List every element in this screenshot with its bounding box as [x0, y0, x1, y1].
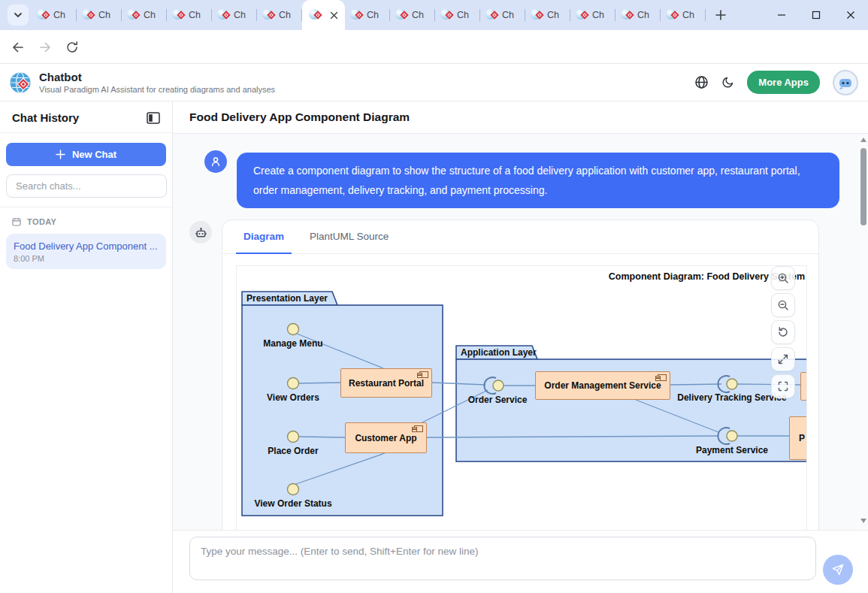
component-customer-app: Customer App — [345, 422, 427, 453]
forward-button[interactable] — [36, 38, 54, 56]
app-title-block: Chatbot Visual Paradigm AI Assistant for… — [39, 71, 275, 95]
browser-tab[interactable]: Ch — [77, 0, 122, 30]
diagram-zoom-in-button[interactable] — [771, 266, 795, 290]
zoom-in-icon — [777, 272, 789, 284]
chatbot-face-icon — [836, 74, 854, 92]
fullscreen-brackets-icon — [777, 380, 789, 392]
app-title: Chatbot — [39, 71, 275, 84]
browser-tab[interactable]: Ch — [345, 0, 390, 30]
sidebar-title: Chat History — [12, 111, 79, 124]
interface-label-view-order-status: View Order Status — [240, 498, 346, 509]
section-label: TODAY — [27, 217, 56, 226]
app-header: Chatbot Visual Paradigm AI Assistant for… — [0, 64, 868, 101]
search-chats-input[interactable] — [6, 174, 167, 198]
site-favicon — [37, 9, 49, 21]
user-message-bubble: Create a component diagram to show the s… — [237, 153, 839, 208]
assistant-widget-button[interactable] — [833, 70, 858, 95]
back-icon — [11, 40, 26, 55]
assistant-avatar — [189, 221, 212, 244]
assistant-response-card: Diagram PlantUML Source — [222, 219, 819, 530]
interface-label-manage-menu: Manage Menu — [248, 338, 338, 349]
window-maximize-button[interactable] — [799, 0, 833, 30]
back-button[interactable] — [9, 38, 27, 56]
diagram-reset-button[interactable] — [771, 320, 795, 344]
browser-tab[interactable]: Ch — [257, 0, 302, 30]
browser-toolbar: ai-toolbox.visual-paradigm.com/app/chatb… — [0, 30, 868, 64]
expand-icon — [777, 353, 789, 365]
dark-mode-button[interactable] — [721, 76, 734, 89]
component-icon — [419, 371, 428, 378]
tab-diagram[interactable]: Diagram — [236, 220, 292, 253]
chat-item-title: Food Delivery App Component ... — [14, 241, 159, 252]
site-favicon — [621, 9, 633, 21]
diagram-canvas[interactable]: Component Diagram: Food Delivery System … — [236, 265, 807, 530]
diagram-fullscreen-button[interactable] — [771, 374, 795, 398]
site-favicon — [531, 9, 543, 21]
calendar-icon — [12, 217, 21, 226]
new-chat-button[interactable]: New Chat — [6, 143, 166, 166]
visual-paradigm-logo — [9, 71, 32, 94]
maximize-icon — [812, 11, 821, 20]
browser-tab[interactable]: Ch — [480, 0, 525, 30]
browser-tab-active[interactable] — [302, 0, 345, 30]
send-plane-icon — [831, 563, 845, 576]
site-favicon — [309, 9, 321, 21]
component-clipped-top — [800, 372, 807, 401]
browser-tab[interactable]: Ch — [661, 0, 706, 30]
scrollbar-up-arrow[interactable] — [860, 138, 866, 142]
more-apps-button[interactable]: More Apps — [747, 71, 820, 94]
browser-tab[interactable]: Ch — [570, 0, 615, 30]
chat-item-time: 8:00 PM — [14, 254, 159, 263]
browser-tab[interactable]: Ch — [435, 0, 480, 30]
site-favicon — [127, 9, 139, 21]
scrollbar-thumb[interactable] — [860, 148, 866, 225]
site-favicon — [440, 9, 452, 21]
browser-tab[interactable]: Ch — [167, 0, 212, 30]
app-subtitle: Visual Paradigm AI Assistant for creatin… — [39, 84, 275, 95]
site-favicon — [82, 9, 94, 21]
sidebar-collapse-button[interactable] — [147, 112, 160, 124]
reset-rotate-icon — [777, 326, 789, 338]
new-tab-button[interactable] — [710, 5, 731, 26]
composer — [173, 530, 868, 593]
zoom-out-icon — [777, 299, 789, 311]
browser-tab[interactable]: Ch — [212, 0, 257, 30]
component-restaurant-portal: Restaurant Portal — [340, 368, 432, 398]
component-clipped-bottom: P — [789, 416, 807, 460]
reload-button[interactable] — [63, 38, 81, 56]
browser-tab[interactable]: Ch — [122, 0, 167, 30]
window-minimize-button[interactable] — [764, 0, 799, 30]
language-button[interactable] — [694, 75, 709, 89]
card-tab-bar: Diagram PlantUML Source — [222, 220, 818, 254]
send-button[interactable] — [823, 555, 853, 585]
browser-tab[interactable]: Ch — [390, 0, 435, 30]
site-favicon — [217, 9, 229, 21]
component-icon — [414, 425, 423, 432]
tab-plantuml-source[interactable]: PlantUML Source — [302, 220, 396, 253]
package-label-presentation: Presentation Layer — [246, 293, 328, 304]
browser-tab[interactable]: Ch — [32, 0, 77, 30]
service-label-order: Order Service — [452, 395, 543, 405]
chat-history-item[interactable]: Food Delivery App Component ... 8:00 PM — [6, 234, 166, 269]
site-favicon — [350, 9, 362, 21]
diagram-zoom-out-button[interactable] — [771, 293, 795, 317]
window-close-button[interactable] — [833, 0, 868, 30]
main-panel: Food Delivery App Component Diagram Crea… — [173, 101, 868, 593]
component-order-management: Order Management Service — [535, 371, 670, 400]
minimize-icon — [777, 11, 786, 20]
site-favicon — [576, 9, 588, 21]
interface-label-view-orders: View Orders — [248, 392, 338, 403]
browser-tab[interactable]: Ch — [615, 0, 661, 30]
message-input[interactable] — [189, 537, 816, 580]
site-favicon — [262, 9, 274, 21]
scrollbar-down-arrow[interactable] — [860, 519, 866, 523]
tab-search-button[interactable] — [8, 5, 29, 26]
forward-icon — [38, 40, 53, 55]
site-favicon — [395, 9, 407, 21]
diagram-expand-button[interactable] — [771, 347, 795, 371]
component-icon — [658, 374, 667, 381]
tab-close-icon[interactable] — [330, 11, 338, 20]
browser-tab[interactable]: Ch — [525, 0, 570, 30]
user-icon — [210, 156, 222, 168]
browser-window: Ch Ch Ch Ch Ch Ch Ch Ch Ch Ch Ch Ch Ch C… — [0, 0, 868, 593]
